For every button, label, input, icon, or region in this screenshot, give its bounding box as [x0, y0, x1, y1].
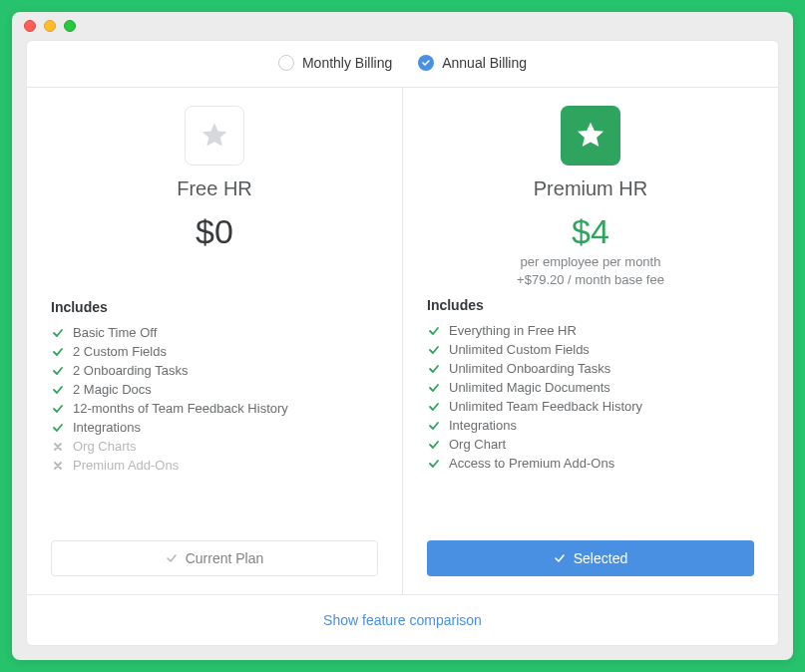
- check-icon: [427, 344, 441, 356]
- pricing-panel: Monthly Billing Annual Billing: [26, 40, 779, 646]
- feature-label: Unlimited Onboarding Tasks: [449, 361, 610, 376]
- monthly-billing-option[interactable]: Monthly Billing: [278, 55, 392, 71]
- selected-plan-button-label: Selected: [574, 550, 627, 566]
- monthly-billing-label: Monthly Billing: [302, 55, 392, 71]
- close-window-button[interactable]: [24, 20, 36, 32]
- check-icon: [51, 327, 65, 339]
- feature-row: Integrations: [427, 416, 754, 435]
- maximize-window-button[interactable]: [64, 20, 76, 32]
- feature-row: Unlimited Custom Fields: [427, 340, 754, 359]
- feature-row: Premium Add-Ons: [51, 456, 378, 475]
- plan-free-features: Basic Time Off2 Custom Fields2 Onboardin…: [51, 323, 378, 475]
- plan-free-icon-wrap: [51, 106, 378, 166]
- radio-unchecked-icon: [278, 55, 294, 71]
- minimize-window-button[interactable]: [44, 20, 56, 32]
- check-icon: [427, 420, 441, 432]
- billing-toggle: Monthly Billing Annual Billing: [27, 41, 778, 87]
- plan-premium-includes-label: Includes: [427, 297, 754, 313]
- footer: Show feature comparison: [27, 594, 778, 645]
- plans-row: Free HR $0 Includes Basic Time Off2 Cust…: [27, 87, 778, 594]
- plan-premium-icon-wrap: [427, 106, 754, 166]
- annual-billing-option[interactable]: Annual Billing: [418, 55, 527, 71]
- current-plan-button-label: Current Plan: [186, 550, 264, 566]
- feature-row: Integrations: [51, 418, 378, 437]
- feature-row: Org Charts: [51, 437, 378, 456]
- check-icon: [51, 384, 65, 396]
- feature-label: Unlimited Custom Fields: [449, 342, 590, 357]
- plan-premium-price: $4: [427, 212, 754, 251]
- x-icon: [51, 460, 65, 472]
- feature-label: Org Chart: [449, 437, 506, 452]
- plan-free-includes-label: Includes: [51, 299, 378, 315]
- show-feature-comparison-link[interactable]: Show feature comparison: [323, 612, 482, 628]
- annual-billing-label: Annual Billing: [442, 55, 527, 71]
- feature-label: Premium Add-Ons: [73, 458, 179, 473]
- feature-row: 2 Onboarding Tasks: [51, 361, 378, 380]
- star-icon: [185, 106, 244, 166]
- feature-row: Basic Time Off: [51, 323, 378, 342]
- feature-label: Integrations: [449, 418, 517, 433]
- feature-row: Everything in Free HR: [427, 321, 754, 340]
- feature-label: 2 Magic Docs: [73, 382, 152, 397]
- plan-premium: Premium HR $4 per employee per month +$7…: [402, 88, 778, 594]
- feature-row: Unlimited Magic Documents: [427, 378, 754, 397]
- feature-row: Unlimited Team Feedback History: [427, 397, 754, 416]
- check-icon: [554, 552, 566, 564]
- check-icon: [427, 439, 441, 451]
- radio-checked-icon: [418, 55, 434, 71]
- feature-label: Integrations: [73, 420, 141, 435]
- feature-label: Basic Time Off: [73, 325, 157, 340]
- plan-free-title: Free HR: [51, 177, 378, 200]
- feature-label: 12-months of Team Feedback History: [73, 401, 288, 416]
- check-icon: [51, 422, 65, 434]
- selected-plan-button[interactable]: Selected: [427, 540, 754, 576]
- check-icon: [427, 382, 441, 394]
- titlebar: [12, 12, 793, 40]
- check-icon: [427, 363, 441, 375]
- feature-label: Unlimited Magic Documents: [449, 380, 610, 395]
- app-window: Monthly Billing Annual Billing: [12, 12, 793, 660]
- check-icon: [427, 401, 441, 413]
- check-icon: [427, 325, 441, 337]
- check-icon: [51, 346, 65, 358]
- feature-row: 2 Magic Docs: [51, 380, 378, 399]
- feature-label: Org Charts: [73, 439, 137, 454]
- feature-row: Unlimited Onboarding Tasks: [427, 359, 754, 378]
- feature-row: 2 Custom Fields: [51, 342, 378, 361]
- current-plan-button[interactable]: Current Plan: [51, 540, 378, 576]
- check-icon: [166, 552, 178, 564]
- feature-row: Org Chart: [427, 435, 754, 454]
- star-icon: [561, 106, 620, 166]
- plan-premium-sub2: +$79.20 / month base fee: [427, 271, 754, 289]
- feature-label: 2 Custom Fields: [73, 344, 167, 359]
- plan-free: Free HR $0 Includes Basic Time Off2 Cust…: [27, 88, 402, 594]
- feature-label: Access to Premium Add-Ons: [449, 456, 614, 471]
- feature-row: 12-months of Team Feedback History: [51, 399, 378, 418]
- feature-row: Access to Premium Add-Ons: [427, 454, 754, 473]
- check-icon: [427, 458, 441, 470]
- feature-label: Everything in Free HR: [449, 323, 577, 338]
- feature-label: Unlimited Team Feedback History: [449, 399, 642, 414]
- x-icon: [51, 441, 65, 453]
- plan-premium-sub1: per employee per month: [427, 253, 754, 271]
- plan-premium-title: Premium HR: [427, 177, 754, 200]
- plan-free-price: $0: [51, 212, 378, 251]
- check-icon: [51, 365, 65, 377]
- feature-label: 2 Onboarding Tasks: [73, 363, 188, 378]
- check-icon: [51, 403, 65, 415]
- plan-premium-features: Everything in Free HRUnlimited Custom Fi…: [427, 321, 754, 473]
